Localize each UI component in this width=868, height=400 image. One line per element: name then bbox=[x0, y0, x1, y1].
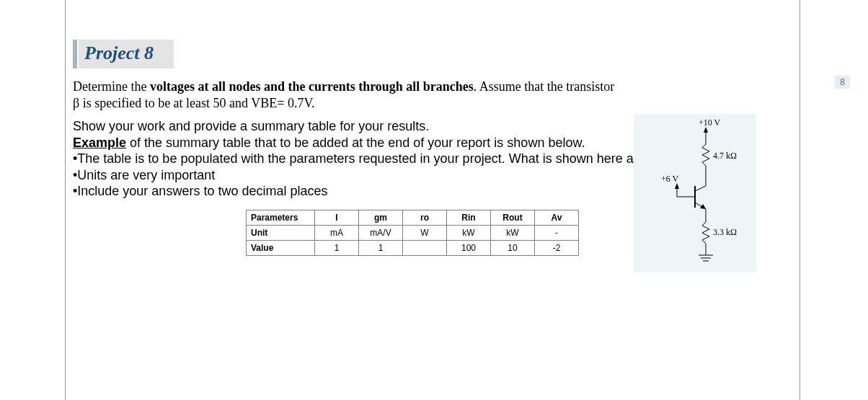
label-r1: 4.7 kΩ bbox=[713, 151, 737, 161]
cell-r0c2: gm bbox=[359, 210, 403, 225]
cell-r2c0: Value bbox=[247, 240, 315, 255]
table-row: Parameters I gm ro Rin Rout Av bbox=[247, 210, 579, 225]
note-example-underline: Example bbox=[73, 135, 126, 150]
table-row: Value 1 1 100 10 -2 bbox=[247, 240, 579, 255]
title-block: Project 8 bbox=[73, 40, 800, 68]
note-line2b: of the summary table that to be added at… bbox=[126, 135, 585, 150]
summary-table: Parameters I gm ro Rin Rout Av Unit mA m… bbox=[246, 210, 579, 256]
cell-r1c2: mA/V bbox=[359, 225, 403, 240]
prompt-text-post1: . Assume that the transistor bbox=[474, 79, 614, 94]
cell-r2c3 bbox=[403, 240, 447, 255]
cell-r0c1: I bbox=[315, 210, 359, 225]
cell-r1c5: kW bbox=[491, 225, 535, 240]
prompt-text-post2: β is specified to be at least 50 and VBE… bbox=[73, 96, 315, 110]
page-sheet: 8 Project 8 Determine the voltages at al… bbox=[65, 0, 800, 400]
cell-r1c1: mA bbox=[315, 225, 359, 240]
cell-r2c4: 100 bbox=[447, 240, 491, 255]
prompt-text-bold: voltages at all nodes and the currents t… bbox=[150, 79, 474, 94]
cell-r1c3: W bbox=[403, 225, 447, 240]
content-area: Determine the voltages at all nodes and … bbox=[73, 79, 789, 256]
cell-r2c1: 1 bbox=[315, 240, 359, 255]
cell-r1c4: kW bbox=[447, 225, 491, 240]
cell-r0c3: ro bbox=[403, 210, 447, 225]
title-accent-bar bbox=[73, 40, 77, 68]
problem-statement: Determine the voltages at all nodes and … bbox=[73, 79, 678, 111]
cell-r2c5: 10 bbox=[491, 240, 535, 255]
table-row: Unit mA mA/V W kW kW - bbox=[247, 225, 579, 240]
label-vcc: +10 V bbox=[699, 117, 721, 128]
prompt-text-pre: Determine the bbox=[73, 79, 150, 94]
cell-r2c2: 1 bbox=[359, 240, 403, 255]
cell-r1c6: - bbox=[535, 225, 579, 240]
cell-r0c0: Parameters bbox=[247, 210, 315, 225]
label-vb: +6 V bbox=[661, 174, 679, 184]
cell-r0c5: Rout bbox=[491, 210, 535, 225]
label-r2: 3.3 kΩ bbox=[713, 227, 737, 237]
svg-marker-1 bbox=[704, 127, 708, 133]
page-number: 8 bbox=[835, 76, 850, 89]
circuit-svg: +10 V 4.7 kΩ +6 V bbox=[634, 114, 756, 272]
project-title: Project 8 bbox=[79, 40, 174, 68]
cell-r0c4: Rin bbox=[447, 210, 491, 225]
cell-r0c6: Av bbox=[535, 210, 579, 225]
cell-r2c6: -2 bbox=[535, 240, 579, 255]
svg-line-5 bbox=[695, 186, 706, 191]
svg-marker-10 bbox=[675, 183, 679, 189]
cell-r1c0: Unit bbox=[247, 225, 315, 240]
circuit-figure: +10 V 4.7 kΩ +6 V bbox=[634, 114, 756, 272]
